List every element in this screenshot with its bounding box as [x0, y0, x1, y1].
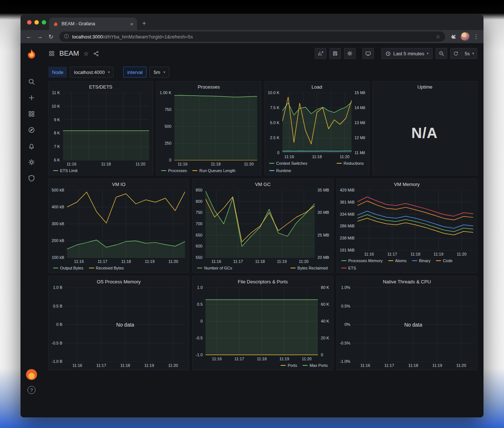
legend-item[interactable]: Received Bytes	[89, 266, 124, 270]
legend-item[interactable]: Max Ports	[303, 363, 328, 368]
panel-legend: Output BytesReceived Bytes	[52, 264, 185, 271]
y-tick: 800	[196, 200, 202, 204]
legend-item[interactable]: Atoms	[388, 258, 407, 263]
server-admin-shield-icon[interactable]	[28, 174, 36, 182]
chart-plot[interactable]	[357, 190, 473, 250]
legend-item[interactable]: Ports	[281, 363, 297, 368]
user-avatar[interactable]	[26, 369, 37, 380]
y2-tick: 40 K	[321, 319, 329, 323]
panel-title[interactable]: VM Memory	[337, 179, 477, 189]
reload-button[interactable]: ↻	[46, 33, 56, 40]
close-window-button[interactable]	[27, 20, 32, 25]
legend-swatch	[290, 268, 296, 268]
dashboard-title[interactable]: BEAM	[59, 49, 79, 57]
tab-strip: BEAM - Grafana × +	[21, 15, 483, 30]
x-tick: 11:17	[387, 252, 397, 256]
address-bar[interactable]: ⓘ localhost:3000/d/hYba_hmMz/beam?orgId=…	[59, 31, 445, 42]
refresh-button[interactable]	[450, 48, 462, 59]
legend-item[interactable]: Bytes Reclaimed	[290, 266, 328, 270]
grafana-logo[interactable]	[25, 48, 38, 60]
site-info-icon[interactable]: ⓘ	[64, 33, 69, 40]
panel-title[interactable]: File Descriptors & Ports	[193, 276, 333, 287]
x-tick: 11:20	[168, 259, 178, 264]
legend-item[interactable]: Run Queues Length	[192, 168, 235, 173]
chart-plot[interactable]	[174, 93, 257, 160]
maximize-window-button[interactable]	[42, 20, 46, 25]
bookmark-star-icon[interactable]: ☆	[436, 34, 440, 40]
x-tick: 11:18	[120, 363, 130, 368]
favorite-star-icon[interactable]: ☆	[84, 50, 89, 57]
legend-item[interactable]: Binary	[412, 258, 430, 263]
create-plus-icon[interactable]	[28, 94, 36, 101]
legend-item[interactable]: Context Switches	[269, 161, 307, 165]
legend-swatch	[269, 170, 274, 171]
add-panel-button[interactable]	[315, 48, 326, 59]
chart-plot[interactable]	[67, 190, 185, 258]
panel-title[interactable]: OS Process Memory	[49, 276, 189, 287]
minimize-window-button[interactable]	[34, 20, 39, 25]
chevron-down-icon: ▾	[163, 70, 165, 74]
chart-plot[interactable]	[282, 93, 352, 153]
x-tick: 11:16	[178, 162, 188, 166]
variable-dropdown-interval[interactable]: 5m ▾	[149, 67, 169, 78]
alerting-bell-icon[interactable]	[28, 142, 36, 150]
refresh-interval-dropdown[interactable]: 5s ▾	[462, 48, 477, 59]
browser-menu-icon[interactable]: ⋮	[472, 33, 480, 40]
variable-dropdown-node[interactable]: localhost:4000 ▾	[70, 67, 114, 78]
y2-axis: 15 Mil14 Mil13 Mil12 Mil11 Mil	[355, 93, 365, 153]
configuration-gear-icon[interactable]	[28, 158, 36, 166]
chart-plot[interactable]: No data	[353, 287, 473, 362]
legend-item[interactable]: Processes	[161, 168, 187, 173]
chevron-down-icon: ▾	[427, 52, 429, 55]
legend-label: Runtime	[276, 168, 291, 173]
legend-item[interactable]: ETS	[341, 266, 356, 270]
y-tick: 0%	[345, 323, 351, 327]
panel-title[interactable]: VM GC	[193, 179, 333, 189]
panel-title[interactable]: Native Threads & CPU	[337, 276, 477, 287]
y2-axis: 35 MB30 MB25 MB20 MB	[318, 190, 329, 258]
new-tab-button[interactable]: +	[142, 19, 146, 27]
explore-compass-icon[interactable]	[28, 126, 36, 134]
forward-button[interactable]: →	[35, 33, 45, 40]
panel-legend: Number of GCsBytes Reclaimed	[196, 264, 329, 271]
panel-title[interactable]: ETS/DETS	[49, 82, 153, 92]
panel-title[interactable]: Processes	[157, 82, 261, 92]
panel-title[interactable]: VM IO	[49, 179, 189, 189]
save-dashboard-button[interactable]	[329, 48, 341, 59]
share-icon[interactable]	[93, 51, 99, 57]
y-tick: 7 K	[54, 145, 60, 149]
legend-item[interactable]: Output Bytes	[53, 266, 84, 270]
panel-body: 1.00 K750500250011:1611:1811:20Processes…	[157, 92, 261, 175]
legend-swatch	[53, 170, 58, 171]
chevron-down-icon: ▾	[108, 70, 110, 74]
chart-area: 11 K10 K9 K8 K7 K6 K11:1611:1811:20	[52, 93, 149, 167]
dashboards-icon[interactable]	[28, 110, 36, 118]
tab-close-icon[interactable]: ×	[130, 21, 133, 27]
zoom-out-button[interactable]	[436, 48, 447, 59]
extensions-puzzle-icon[interactable]	[449, 34, 458, 40]
help-icon[interactable]: ?	[27, 386, 36, 394]
browser-tab[interactable]: BEAM - Grafana ×	[49, 18, 137, 30]
profile-avatar[interactable]	[461, 32, 470, 41]
search-icon[interactable]	[28, 78, 36, 85]
legend-item[interactable]: Reductions	[337, 161, 364, 165]
legend-item[interactable]: Code	[436, 258, 452, 263]
legend-item[interactable]: Processes Memory	[341, 258, 383, 263]
sidebar-bottom: ?	[26, 369, 37, 417]
y-tick: 5.0 K	[270, 121, 279, 125]
dashboard-settings-button[interactable]	[344, 48, 356, 59]
x-tick: 11:17	[96, 363, 106, 368]
chart-plot[interactable]	[63, 93, 149, 160]
panel-title[interactable]: Load	[265, 82, 369, 92]
back-button[interactable]: ←	[24, 33, 34, 40]
time-range-picker[interactable]: Last 5 minutes ▾	[381, 48, 433, 59]
chart-plot[interactable]	[205, 190, 315, 258]
legend-item[interactable]: Runtime	[269, 168, 291, 173]
chart-plot[interactable]	[205, 287, 318, 355]
legend-item[interactable]: ETS Limit	[53, 168, 78, 173]
panel-title[interactable]: Uptime	[373, 82, 477, 92]
cycle-view-mode-button[interactable]	[362, 48, 374, 59]
legend-item[interactable]: Number of GCs	[197, 266, 232, 270]
chart-plot[interactable]: No data	[65, 287, 185, 362]
x-tick: 11:16	[211, 259, 221, 264]
